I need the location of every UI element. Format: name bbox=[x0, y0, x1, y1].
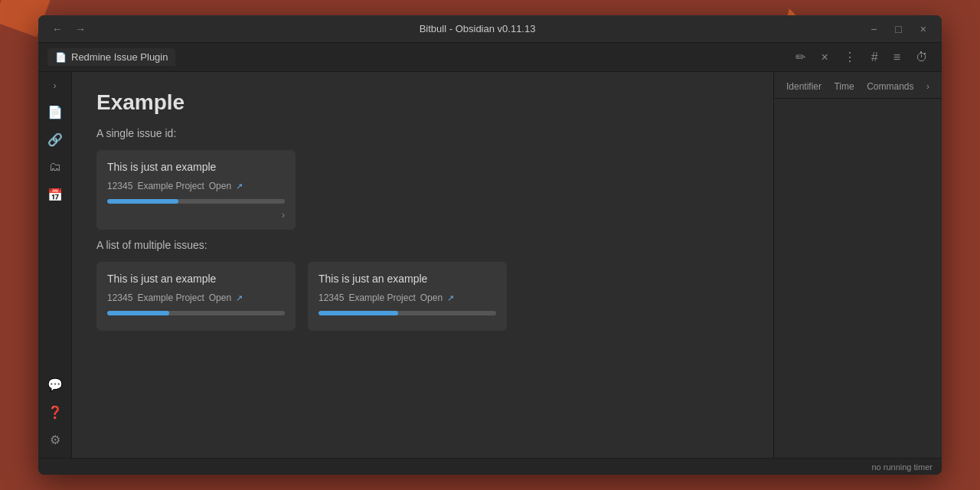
titlebar: ← → Bitbull - Obsidian v0.11.13 − □ × bbox=[38, 15, 942, 43]
issue-title: This is just an example bbox=[107, 161, 285, 173]
clock-button[interactable]: ⏱ bbox=[911, 49, 933, 66]
maximize-button[interactable]: □ bbox=[889, 21, 907, 37]
single-issue-card: This is just an example 12345 Example Pr… bbox=[96, 150, 296, 230]
sidebar-icon-chat[interactable]: 💬 bbox=[43, 372, 67, 397]
sidebar-icon-calendar[interactable]: 📅 bbox=[43, 182, 67, 207]
sidebar-icon-settings[interactable]: ⚙ bbox=[43, 427, 67, 452]
tab-redmine-plugin[interactable]: 📄 Redmine Issue Plugin bbox=[47, 48, 175, 66]
right-panel-body bbox=[774, 99, 942, 458]
tab-label: Redmine Issue Plugin bbox=[71, 51, 168, 63]
issue-id: 12345 bbox=[107, 181, 132, 191]
main-window: ← → Bitbull - Obsidian v0.11.13 − □ × 📄 … bbox=[38, 15, 942, 475]
close-tab-button[interactable]: × bbox=[816, 49, 832, 66]
card-expand: › bbox=[107, 210, 285, 220]
section2-label: A list of multiple issues: bbox=[96, 239, 749, 251]
multi-progress-bar-1 bbox=[107, 311, 285, 315]
multi-progress-fill-2 bbox=[318, 311, 398, 315]
expand-button[interactable]: › bbox=[282, 210, 285, 220]
multi-issue-title-2: This is just an example bbox=[318, 273, 496, 285]
hash-button[interactable]: # bbox=[867, 49, 883, 66]
multi-issue-project-2: Example Project bbox=[348, 292, 415, 303]
right-panel: Identifier Time Commands › bbox=[773, 72, 942, 458]
window-title: Bitbull - Obsidian v0.11.13 bbox=[90, 23, 864, 34]
issue-meta: 12345 Example Project Open ↗ bbox=[107, 181, 285, 191]
multi-issue-project-1: Example Project bbox=[137, 292, 204, 303]
issue-project: Example Project bbox=[137, 181, 204, 191]
close-button[interactable]: × bbox=[914, 21, 933, 37]
multi-issue-meta-2: 12345 Example Project Open ↗ bbox=[318, 292, 496, 303]
tab-bar: 📄 Redmine Issue Plugin ✏ × ⋮ # ≡ ⏱ bbox=[38, 43, 942, 72]
tab-file-icon: 📄 bbox=[55, 52, 67, 63]
status-bar: no running timer bbox=[38, 458, 942, 475]
right-panel-chevron[interactable]: › bbox=[926, 81, 929, 92]
more-options-button[interactable]: ⋮ bbox=[839, 48, 861, 66]
nav-buttons: ← → bbox=[47, 21, 90, 37]
col-time: Time bbox=[834, 81, 854, 92]
multi-external-link-icon-1[interactable]: ↗ bbox=[236, 293, 243, 303]
page-title: Example bbox=[96, 90, 749, 115]
sidebar-icon-file[interactable]: 📄 bbox=[43, 100, 67, 124]
window-controls: − □ × bbox=[864, 21, 933, 37]
multi-progress-bar-2 bbox=[318, 311, 496, 315]
issue-status: Open bbox=[209, 181, 231, 191]
multi-issue-status-2: Open bbox=[420, 292, 443, 303]
sidebar-icon-help[interactable]: ❓ bbox=[43, 400, 67, 424]
progress-bar-fill bbox=[107, 199, 178, 204]
multi-external-link-icon-2[interactable]: ↗ bbox=[447, 293, 454, 303]
multi-issues-row: This is just an example 12345 Example Pr… bbox=[96, 262, 749, 331]
main-content: Example A single issue id: This is just … bbox=[72, 72, 773, 458]
edit-button[interactable]: ✏ bbox=[791, 48, 810, 66]
list-button[interactable]: ≡ bbox=[889, 49, 905, 66]
col-identifier: Identifier bbox=[786, 81, 822, 92]
body: › 📄 🔗 🗂 📅 💬 ❓ ⚙ Example A single issue i… bbox=[38, 72, 942, 458]
sidebar-icon-archive[interactable]: 🗂 bbox=[43, 155, 67, 179]
multi-issue-id-1: 12345 bbox=[107, 292, 132, 303]
multi-issue-meta-1: 12345 Example Project Open ↗ bbox=[107, 292, 285, 303]
forward-button[interactable]: → bbox=[70, 21, 90, 37]
left-sidebar: › 📄 🔗 🗂 📅 💬 ❓ ⚙ bbox=[38, 72, 72, 458]
col-commands: Commands bbox=[867, 81, 913, 92]
minimize-button[interactable]: − bbox=[864, 21, 883, 37]
multi-issue-card-1: This is just an example 12345 Example Pr… bbox=[96, 262, 296, 331]
multi-issue-id-2: 12345 bbox=[318, 292, 344, 303]
multi-issue-title-1: This is just an example bbox=[107, 273, 285, 285]
sidebar-toggle[interactable]: › bbox=[47, 78, 63, 93]
multi-issue-status-1: Open bbox=[209, 292, 231, 303]
external-link-icon[interactable]: ↗ bbox=[236, 181, 243, 191]
section1-label: A single issue id: bbox=[96, 127, 749, 139]
multi-progress-fill-1 bbox=[107, 311, 169, 315]
progress-bar bbox=[107, 199, 285, 204]
back-button[interactable]: ← bbox=[47, 21, 67, 37]
status-text: no running timer bbox=[872, 462, 933, 472]
sidebar-icon-graph[interactable]: 🔗 bbox=[43, 127, 67, 152]
multi-issue-card-2: This is just an example 12345 Example Pr… bbox=[308, 262, 507, 331]
right-panel-header: Identifier Time Commands › bbox=[774, 72, 942, 99]
tab-actions: ✏ × ⋮ # ≡ ⏱ bbox=[791, 48, 933, 66]
